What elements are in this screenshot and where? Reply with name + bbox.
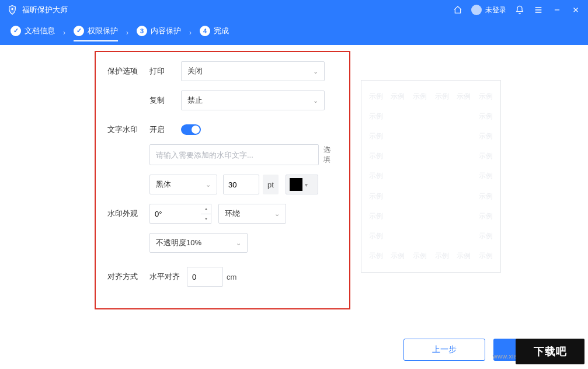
chevron-down-icon: ⌄ (206, 181, 211, 189)
print-select[interactable]: 关闭 ⌄ (181, 61, 325, 81)
content-area: 保护选项 打印 关闭 ⌄ 复制 禁止 ⌄ 文字水印 开启 选填 (0, 45, 588, 319)
row-font: 黑体 ⌄ pt ▾ (107, 175, 338, 194)
section-align-label: 对齐方式 (107, 271, 149, 282)
rotation-stepper[interactable]: ▴ ▾ (201, 204, 211, 224)
step-content[interactable]: 3 内容保护 (137, 26, 181, 40)
chevron-down-icon: ⌄ (236, 239, 241, 247)
copy-select[interactable]: 禁止 ⌄ (181, 90, 325, 110)
preview-watermark (409, 206, 431, 226)
preview-watermark: 示例 (475, 106, 497, 126)
preview-watermark: 示例 (475, 126, 497, 146)
home-icon[interactable] (453, 5, 463, 15)
preview-watermark (453, 126, 475, 146)
preview-watermark (453, 206, 475, 226)
login-status[interactable]: 未登录 (471, 5, 506, 15)
preview-watermark: 示例 (453, 86, 475, 106)
halign-label: 水平对齐 (149, 271, 187, 282)
titlebar-right: 未登录 (453, 5, 581, 15)
step-label: 完成 (214, 26, 229, 36)
titlebar-left: 福昕保护大师 (7, 5, 68, 15)
preview-watermark (431, 147, 453, 166)
preview-watermark: 示例 (475, 186, 497, 206)
wrap-value: 环绕 (225, 208, 240, 219)
preview-watermark (453, 227, 475, 246)
preview-watermark: 示例 (365, 106, 387, 126)
preview-watermark (387, 186, 409, 206)
preview-watermark: 示例 (365, 227, 387, 246)
preview-watermark: 示例 (365, 186, 387, 206)
preview-watermark: 示例 (475, 246, 497, 266)
preview-watermark (431, 106, 453, 126)
step-finish[interactable]: 4 完成 (200, 26, 229, 40)
halign-unit: cm (227, 267, 236, 287)
preview-watermark: 示例 (431, 246, 453, 266)
preview-watermark (387, 126, 409, 146)
print-label: 打印 (149, 66, 181, 76)
preview-watermark: 示例 (475, 227, 497, 246)
preview-watermark (409, 186, 431, 206)
opacity-value: 不透明度10% (156, 238, 201, 248)
row-opacity: 不透明度10% ⌄ (107, 233, 338, 253)
preview-watermark (431, 227, 453, 246)
preview-watermark (409, 106, 431, 126)
chevron-up-icon[interactable]: ▴ (201, 204, 211, 214)
preview-watermark: 示例 (387, 86, 409, 106)
row-print: 保护选项 打印 关闭 ⌄ (107, 61, 338, 81)
form-panel: 保护选项 打印 关闭 ⌄ 复制 禁止 ⌄ 文字水印 开启 选填 (95, 51, 350, 309)
preview-watermark (431, 166, 453, 186)
watermark-preview: 示例示例示例示例示例示例示例示例示例示例示例示例示例示例示例示例示例示例示例示例… (361, 80, 501, 273)
font-value: 黑体 (156, 179, 171, 190)
halign-input[interactable] (187, 267, 223, 287)
step-label: 文档信息 (25, 26, 55, 36)
step-num-icon: 4 (200, 26, 210, 36)
watermark-text-input[interactable] (149, 144, 319, 165)
opacity-select[interactable]: 不透明度10% ⌄ (149, 233, 248, 253)
row-align: 对齐方式 水平对齐 cm (107, 267, 338, 287)
minimize-icon[interactable] (552, 5, 562, 15)
chevron-down-icon[interactable]: ▾ (201, 214, 211, 224)
section-appearance-label: 水印外观 (107, 208, 149, 219)
preview-watermark (431, 126, 453, 146)
chevron-right-icon: › (189, 29, 192, 37)
preview-watermark: 示例 (365, 126, 387, 146)
chevron-down-icon: ▾ (305, 182, 308, 188)
step-bar: ✓ 文档信息 › ✓ 权限保护 › 3 内容保护 › 4 完成 (0, 20, 588, 45)
preview-watermark: 示例 (475, 147, 497, 166)
menu-icon[interactable] (533, 5, 544, 15)
close-icon[interactable] (570, 5, 581, 15)
preview-watermark (409, 166, 431, 186)
prev-button[interactable]: 上一步 (403, 339, 485, 361)
svg-point-0 (11, 8, 13, 10)
login-status-label: 未登录 (485, 5, 506, 15)
chevron-right-icon: › (126, 29, 128, 37)
step-doc-info[interactable]: ✓ 文档信息 (11, 26, 55, 40)
preview-watermark (387, 147, 409, 166)
row-textwm: 文字水印 开启 (107, 124, 338, 135)
preview-watermark (453, 106, 475, 126)
font-select[interactable]: 黑体 ⌄ (149, 175, 217, 194)
step-num-icon: 3 (137, 26, 147, 36)
bell-icon[interactable] (514, 5, 525, 15)
font-size-input[interactable] (223, 175, 259, 194)
print-value: 关闭 (187, 66, 203, 76)
rotation-input[interactable] (149, 204, 201, 224)
optional-label: 选填 (323, 145, 338, 165)
preview-watermark: 示例 (475, 86, 497, 106)
preview-watermark (387, 206, 409, 226)
preview-watermark: 示例 (409, 246, 431, 266)
preview-watermark (453, 166, 475, 186)
step-check-icon: ✓ (74, 26, 84, 36)
wrap-select[interactable]: 环绕 ⌄ (218, 204, 286, 224)
enable-label: 开启 (149, 124, 181, 135)
preview-watermark (431, 186, 453, 206)
color-picker[interactable]: ▾ (286, 175, 318, 194)
color-swatch (290, 178, 302, 191)
preview-watermark: 示例 (431, 86, 453, 106)
step-permission[interactable]: ✓ 权限保护 (74, 26, 118, 40)
preview-watermark (387, 227, 409, 246)
textwm-toggle[interactable] (181, 124, 201, 135)
site-badge: 下载吧 (516, 339, 584, 364)
preview-watermark: 示例 (365, 86, 387, 106)
preview-watermark (453, 186, 475, 206)
step-check-icon: ✓ (11, 26, 21, 36)
